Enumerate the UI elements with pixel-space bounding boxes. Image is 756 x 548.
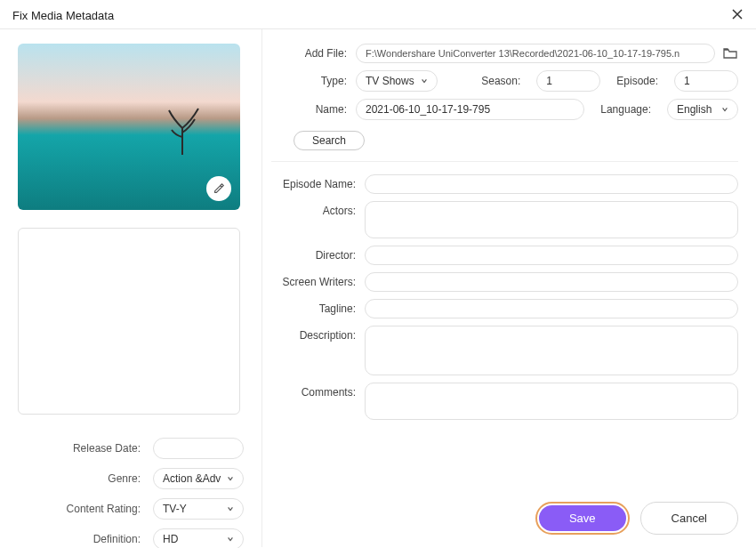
screen-writers-label: Screen Writers: xyxy=(271,272,365,292)
definition-value: HD xyxy=(163,533,178,545)
definition-label: Definition: xyxy=(93,533,141,545)
type-select[interactable]: TV Shows xyxy=(356,70,438,92)
poster-placeholder xyxy=(18,228,240,415)
content-rating-label: Content Rating: xyxy=(67,503,141,515)
cancel-button[interactable]: Cancel xyxy=(640,502,738,535)
episode-name-input[interactable] xyxy=(365,174,738,194)
type-label: Type: xyxy=(271,75,356,87)
add-file-label: Add File: xyxy=(271,47,356,60)
season-input[interactable] xyxy=(536,70,600,92)
episode-input[interactable] xyxy=(674,70,738,92)
thumbnail-art xyxy=(156,93,209,155)
director-input[interactable] xyxy=(365,246,738,265)
actors-input[interactable] xyxy=(365,201,738,238)
actors-label: Actors: xyxy=(271,201,365,238)
right-panel: Add File: Type: TV Shows Season: Episode… xyxy=(262,29,756,547)
save-highlight: Save xyxy=(535,502,630,535)
episode-name-label: Episode Name: xyxy=(271,174,365,194)
tagline-input[interactable] xyxy=(365,299,738,318)
window-title: Fix Media Metadata xyxy=(12,9,114,22)
genre-select[interactable]: Action &Adv xyxy=(153,468,244,489)
release-date-label: Release Date: xyxy=(73,442,141,455)
left-panel: Release Date: Genre: Action &Adv Content… xyxy=(0,29,262,547)
language-select[interactable]: English xyxy=(667,99,738,120)
content-rating-value: TV-Y xyxy=(163,503,187,515)
comments-input[interactable] xyxy=(365,383,738,420)
chevron-down-icon xyxy=(227,475,234,482)
language-label: Language: xyxy=(600,103,651,116)
footer-buttons: Save Cancel xyxy=(535,502,738,535)
chevron-down-icon xyxy=(721,106,728,113)
content-rating-select[interactable]: TV-Y xyxy=(153,498,244,520)
pencil-icon xyxy=(213,182,225,195)
add-file-input[interactable] xyxy=(356,44,715,63)
save-button[interactable]: Save xyxy=(539,505,626,531)
name-input[interactable] xyxy=(356,99,584,120)
chevron-down-icon xyxy=(421,77,428,85)
language-value: English xyxy=(677,103,712,116)
folder-icon[interactable] xyxy=(722,45,738,61)
genre-value: Action &Adv xyxy=(163,472,221,485)
genre-label: Genre: xyxy=(108,472,141,485)
divider xyxy=(271,161,738,162)
video-thumbnail xyxy=(18,44,240,210)
description-label: Description: xyxy=(271,326,365,375)
screen-writers-input[interactable] xyxy=(365,272,738,292)
release-date-input[interactable] xyxy=(153,438,244,459)
season-label: Season: xyxy=(481,75,520,87)
close-icon[interactable] xyxy=(731,7,744,23)
chevron-down-icon xyxy=(227,536,234,543)
search-button[interactable]: Search xyxy=(294,131,365,150)
comments-label: Comments: xyxy=(271,383,365,420)
episode-label: Episode: xyxy=(616,75,658,87)
chevron-down-icon xyxy=(227,505,234,512)
tagline-label: Tagline: xyxy=(271,299,365,318)
definition-select[interactable]: HD xyxy=(153,528,244,548)
description-input[interactable] xyxy=(365,326,738,375)
name-label: Name: xyxy=(271,103,356,116)
type-value: TV Shows xyxy=(366,75,414,87)
edit-thumbnail-button[interactable] xyxy=(206,176,231,201)
director-label: Director: xyxy=(271,246,365,265)
titlebar: Fix Media Metadata xyxy=(0,0,756,29)
